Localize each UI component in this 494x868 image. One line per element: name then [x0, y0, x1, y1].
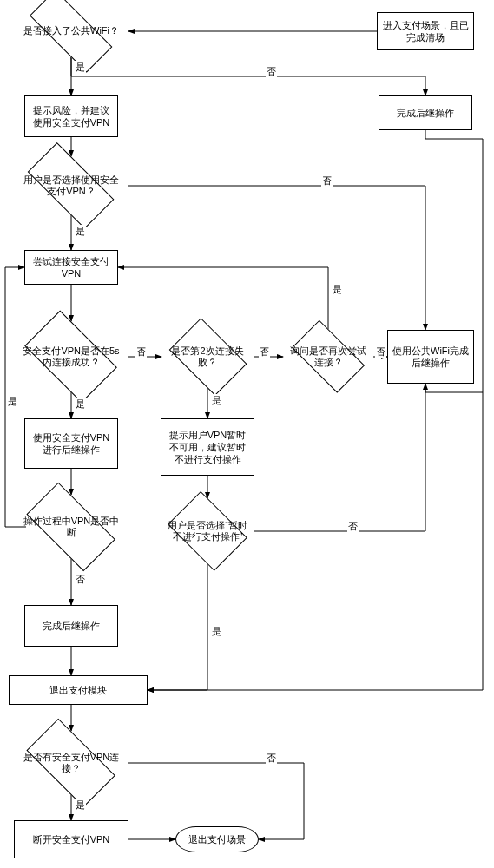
- edge-label: 是: [75, 61, 86, 74]
- process-public-wifi: 使用公共WiFi完成后继操作: [387, 330, 474, 384]
- decision-has-vpn: 是否有安全支付VPN连接？: [14, 731, 128, 795]
- edge-label: 否: [259, 345, 270, 358]
- edge-label: 是: [75, 225, 86, 238]
- decision-public-wifi: 是否接入了公共WiFi？: [14, 5, 128, 57]
- decision-vpn-interrupted-text: 操作过程中VPN是否中断: [14, 516, 128, 538]
- decision-public-wifi-text: 是否接入了公共WiFi？: [18, 25, 124, 36]
- terminator-exit-scene: 退出支付场景: [175, 826, 259, 852]
- edge-label: 否: [75, 573, 86, 586]
- edge-label: 是: [75, 799, 86, 812]
- process-disconnect-vpn: 断开安全支付VPN: [14, 820, 128, 858]
- process-complete-left-text: 完成后继操作: [43, 620, 100, 632]
- process-try-vpn: 尝试连接安全支付VPN: [24, 250, 118, 285]
- decision-vpn-interrupted: 操作过程中VPN是否中断: [14, 495, 128, 559]
- process-exit-module: 退出支付模块: [9, 675, 148, 705]
- edge-label: 是: [211, 625, 222, 638]
- decision-skip-payment: 用户是否选择“暂时不进行支付操作”: [161, 498, 254, 564]
- edge-label: 否: [321, 174, 333, 187]
- process-use-vpn-text: 使用安全支付VPN进行后继操作: [29, 431, 114, 457]
- edge-label: 是: [7, 395, 18, 408]
- edge-label: 是: [211, 394, 222, 407]
- edge-label: 是: [75, 398, 86, 411]
- decision-5s-connect-text: 安全支付VPN是否在5s内连接成功？: [14, 345, 128, 368]
- process-risk-prompt: 提示风险，并建议使用安全支付VPN: [24, 95, 118, 137]
- edge-label: 否: [375, 345, 386, 358]
- process-disconnect-vpn-text: 断开安全支付VPN: [33, 833, 110, 845]
- process-vpn-unavailable: 提示用户VPN暂时不可用，建议暂时不进行支付操作: [161, 418, 254, 476]
- decision-has-vpn-text: 是否有安全支付VPN连接？: [14, 752, 128, 774]
- process-use-vpn: 使用安全支付VPN进行后继操作: [24, 418, 118, 469]
- process-try-vpn-text: 尝试连接安全支付VPN: [29, 255, 114, 280]
- edge-label: 否: [347, 520, 359, 533]
- edge-label: 否: [266, 752, 277, 765]
- process-complete-left: 完成后继操作: [24, 605, 118, 647]
- process-complete-right-text: 完成后继操作: [397, 107, 454, 119]
- decision-choose-vpn: 用户是否选择使用安全支付VPN？: [14, 156, 128, 215]
- terminator-exit-scene-text: 退出支付场景: [188, 833, 246, 845]
- decision-choose-vpn-text: 用户是否选择使用安全支付VPN？: [14, 174, 128, 197]
- process-complete-right: 完成后继操作: [379, 95, 472, 130]
- process-enter-scene: 进入支付场景，且已完成清场: [377, 12, 474, 50]
- edge-label: 否: [135, 345, 147, 358]
- process-enter-scene-text: 进入支付场景，且已完成清场: [381, 19, 470, 44]
- process-vpn-unavailable-text: 提示用户VPN暂时不可用，建议暂时不进行支付操作: [165, 429, 250, 466]
- decision-5s-connect: 安全支付VPN是否在5s内连接成功？: [14, 321, 128, 392]
- decision-ask-retry: 询问是否再次尝试连接？: [283, 329, 373, 385]
- decision-ask-retry-text: 询问是否再次尝试连接？: [283, 345, 373, 368]
- process-risk-prompt-text: 提示风险，并建议使用安全支付VPN: [29, 104, 114, 129]
- decision-second-fail: 是否第2次连接失败？: [161, 325, 254, 389]
- decision-second-fail-text: 是否第2次连接失败？: [161, 345, 254, 368]
- process-public-wifi-text: 使用公共WiFi完成后继操作: [392, 345, 470, 370]
- edge-label: 否: [266, 65, 277, 78]
- decision-skip-payment-text: 用户是否选择“暂时不进行支付操作”: [161, 520, 254, 542]
- edge-label: 是: [332, 283, 343, 296]
- process-exit-module-text: 退出支付模块: [49, 684, 107, 696]
